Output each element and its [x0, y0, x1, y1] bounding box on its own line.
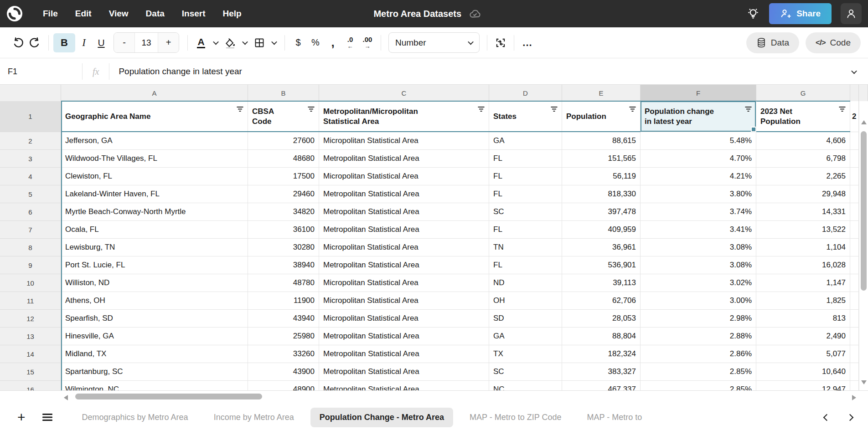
cell-G6[interactable]: 14,331: [756, 203, 850, 221]
cell-E4[interactable]: 56,119: [562, 168, 641, 185]
cell-B9[interactable]: 38940: [248, 256, 319, 274]
cell-E15[interactable]: 383,327: [562, 363, 641, 381]
italic-button[interactable]: I: [75, 33, 93, 52]
cell-E2[interactable]: 88,615: [562, 132, 641, 150]
column-letter-D[interactable]: D: [489, 85, 562, 101]
cell-G14[interactable]: 5,077: [756, 345, 850, 363]
tabs-next-icon[interactable]: [847, 414, 854, 421]
data-panel-button[interactable]: Data: [746, 32, 799, 53]
cell-D13[interactable]: GA: [489, 328, 562, 345]
cell-E8[interactable]: 36,961: [562, 239, 641, 256]
text-color-button[interactable]: A: [192, 33, 210, 52]
cell-C13[interactable]: Metropolitan Statistical Area: [319, 328, 489, 345]
cell-B15[interactable]: 43900: [248, 363, 319, 381]
cell-peek[interactable]: [850, 345, 859, 363]
increase-decimal-button[interactable]: .00→: [359, 33, 376, 52]
row-number-15[interactable]: 15: [0, 363, 61, 381]
row-number-4[interactable]: 4: [0, 168, 61, 185]
cell-A4[interactable]: Clewiston, FL: [61, 168, 248, 185]
filter-icon[interactable]: [839, 107, 846, 112]
cell-D4[interactable]: FL: [489, 168, 562, 185]
filter-icon[interactable]: [478, 107, 485, 112]
cell-G10[interactable]: 1,147: [756, 274, 850, 292]
cell-F11[interactable]: 3.00%: [641, 292, 756, 310]
row-number-12[interactable]: 12: [0, 310, 61, 328]
cell-B5[interactable]: 29460: [248, 185, 319, 203]
cell-B10[interactable]: 48780: [248, 274, 319, 292]
header-cell-D1[interactable]: States: [489, 101, 562, 132]
cell-peek[interactable]: [850, 256, 859, 274]
cell-C5[interactable]: Metropolitan Statistical Area: [319, 185, 489, 203]
menu-file[interactable]: File: [43, 9, 58, 19]
menu-edit[interactable]: Edit: [75, 9, 92, 19]
header-cell-G1[interactable]: 2023 Net Population: [756, 101, 850, 132]
menu-data[interactable]: Data: [146, 9, 165, 19]
cell-C4[interactable]: Micropolitan Statistical Area: [319, 168, 489, 185]
cell-C2[interactable]: Micropolitan Statistical Area: [319, 132, 489, 150]
column-letter-C[interactable]: C: [319, 85, 489, 101]
more-options-button[interactable]: ...: [519, 33, 536, 52]
cell-D11[interactable]: OH: [489, 292, 562, 310]
row-number-3[interactable]: 3: [0, 150, 61, 168]
row-number-5[interactable]: 5: [0, 185, 61, 203]
font-size-value[interactable]: 13: [134, 33, 158, 52]
cell-F7[interactable]: 3.41%: [641, 221, 756, 239]
cell-peek[interactable]: [850, 328, 859, 345]
sheet-tab-map-metro-to[interactable]: MAP - Metro to: [578, 408, 651, 427]
cell-G9[interactable]: 16,028: [756, 256, 850, 274]
cell-F8[interactable]: 3.08%: [641, 239, 756, 256]
redo-button[interactable]: [26, 33, 44, 52]
cell-D6[interactable]: SC: [489, 203, 562, 221]
cell-F9[interactable]: 3.08%: [641, 256, 756, 274]
tips-bulb-icon[interactable]: [746, 7, 760, 20]
cell-D9[interactable]: FL: [489, 256, 562, 274]
app-logo-icon[interactable]: [6, 5, 23, 22]
cell-A9[interactable]: Port St. Lucie, FL: [61, 256, 248, 274]
cell-D10[interactable]: ND: [489, 274, 562, 292]
formula-input[interactable]: Population change in latest year: [119, 67, 242, 77]
filter-icon[interactable]: [745, 107, 752, 112]
cell-peek[interactable]: [850, 239, 859, 256]
column-letter-B[interactable]: B: [248, 85, 319, 101]
cell-G8[interactable]: 1,104: [756, 239, 850, 256]
cell-E13[interactable]: 88,804: [562, 328, 641, 345]
cell-B13[interactable]: 25980: [248, 328, 319, 345]
cell-D15[interactable]: SC: [489, 363, 562, 381]
cell-peek[interactable]: [850, 310, 859, 328]
filter-icon[interactable]: [629, 107, 636, 112]
cell-peek[interactable]: [850, 168, 859, 185]
undo-button[interactable]: [9, 33, 26, 52]
cell-A5[interactable]: Lakeland-Winter Haven, FL: [61, 185, 248, 203]
cell-E3[interactable]: 151,565: [562, 150, 641, 168]
cell-D14[interactable]: TX: [489, 345, 562, 363]
row-number-13[interactable]: 13: [0, 328, 61, 345]
cell-A7[interactable]: Ocala, FL: [61, 221, 248, 239]
header-cell-B1[interactable]: CBSA Code: [248, 101, 319, 132]
cell-peek[interactable]: [850, 221, 859, 239]
row-number-6[interactable]: 6: [0, 203, 61, 221]
cell-C3[interactable]: Metropolitan Statistical Area: [319, 150, 489, 168]
cell-E6[interactable]: 397,478: [562, 203, 641, 221]
header-cell-A1[interactable]: Geographic Area Name: [61, 101, 248, 132]
scroll-up-arrow-icon[interactable]: [861, 120, 867, 124]
borders-chevron-icon[interactable]: [268, 33, 280, 52]
cell-B14[interactable]: 33260: [248, 345, 319, 363]
cell-C10[interactable]: Micropolitan Statistical Area: [319, 274, 489, 292]
row-number-1[interactable]: 1: [0, 101, 61, 132]
cell-G12[interactable]: 813: [756, 310, 850, 328]
cell-A6[interactable]: Myrtle Beach-Conway-North Myrtle: [61, 203, 248, 221]
header-cell-F1[interactable]: Population change in latest year: [641, 101, 756, 132]
cell-F3[interactable]: 4.70%: [641, 150, 756, 168]
underline-button[interactable]: U: [93, 33, 110, 52]
cell-G15[interactable]: 10,640: [756, 363, 850, 381]
cell-peek[interactable]: [850, 185, 859, 203]
cell-A12[interactable]: Spearfish, SD: [61, 310, 248, 328]
cell-F15[interactable]: 2.85%: [641, 363, 756, 381]
cell-C8[interactable]: Micropolitan Statistical Area: [319, 239, 489, 256]
cell-B16[interactable]: 48900: [248, 381, 319, 391]
sheet-tab-income-by-metro-area[interactable]: Income by Metro Area: [205, 408, 303, 427]
cell-A2[interactable]: Jefferson, GA: [61, 132, 248, 150]
cell-F2[interactable]: 5.48%: [641, 132, 756, 150]
cell-C15[interactable]: Metropolitan Statistical Area: [319, 363, 489, 381]
text-color-chevron-icon[interactable]: [210, 33, 222, 52]
